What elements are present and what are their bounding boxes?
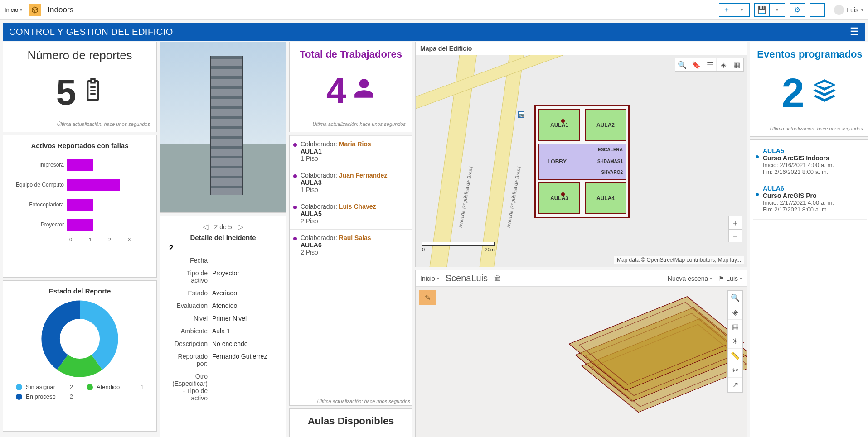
scene-header: Inicio▾ ScenaLuis 🏛 Nueva escena▾ ⚑Luis▾ bbox=[416, 270, 747, 287]
list-item[interactable]: AULA5 Curso ArcGIS Indoors Inicio: 2/16/… bbox=[753, 144, 867, 182]
chevron-down-icon: ▾ bbox=[710, 276, 712, 281]
save-icon: 💾 bbox=[757, 5, 766, 14]
card-rooms-available: Aulas Disponibles 4 bbox=[289, 408, 412, 437]
chevron-down-icon: ▾ bbox=[776, 7, 778, 12]
chart-title: Estado del Reporte bbox=[8, 284, 152, 297]
home-label: Inicio bbox=[5, 6, 18, 13]
chevron-down-icon: ▾ bbox=[20, 7, 22, 12]
more-button[interactable]: ⋯ bbox=[810, 3, 825, 17]
legend-icon[interactable]: ☰ bbox=[703, 58, 716, 71]
card-worker-list: Colaborador: Maria Rios AULA1 1 Piso Col… bbox=[289, 135, 412, 406]
last-updated: Última actualización: hace unos segundos bbox=[165, 435, 281, 437]
gear-icon: ⚙ bbox=[794, 5, 800, 14]
list-item[interactable]: Colaborador: Luis Chavez AULA5 2 Piso bbox=[290, 198, 412, 229]
zoom-in-button[interactable]: ＋ bbox=[729, 216, 742, 229]
lighting-icon[interactable]: ☀ bbox=[728, 334, 742, 349]
basemap-icon[interactable]: ▦ bbox=[730, 58, 743, 71]
edit-button[interactable]: ✎ bbox=[419, 290, 436, 305]
map-canvas[interactable]: Avenida República de Brasil Avenida Repú… bbox=[416, 55, 747, 267]
last-updated: Última actualización: hace unos segundos bbox=[8, 120, 152, 128]
map-title: Mapa del Edificio bbox=[416, 42, 747, 55]
map-background: Avenida República de Brasil Avenida Repú… bbox=[416, 55, 747, 267]
detail-table: Fecha Tipo de activoProyector EstadoAver… bbox=[165, 252, 281, 406]
card-building-map: Mapa del Edificio Avenida República de B… bbox=[415, 42, 747, 267]
legend-item: Atendido1 bbox=[87, 384, 144, 390]
app-logo bbox=[29, 4, 41, 16]
bar-chart[interactable]: Impresora Equipo de Computo Fotocopiador… bbox=[8, 151, 152, 242]
donut-chart[interactable] bbox=[41, 300, 118, 377]
ellipsis-icon: ⋯ bbox=[814, 5, 821, 14]
search-icon[interactable]: 🔍 bbox=[728, 291, 742, 305]
x-axis: 0 1 2 3 bbox=[12, 235, 147, 242]
card-scene: Inicio▾ ScenaLuis 🏛 Nueva escena▾ ⚑Luis▾… bbox=[415, 270, 747, 437]
scene-canvas[interactable]: ✎ 🔍 ◈ ▦ ☀ 📏 ✂ ↗ bbox=[416, 287, 747, 437]
card-assets-chart: Activos Reportados con fallas Impresora … bbox=[3, 135, 157, 278]
svg-point-3 bbox=[63, 322, 97, 355]
event-list[interactable]: AULA5 Curso ArcGIS Indoors Inicio: 2/16/… bbox=[750, 140, 868, 224]
card-building-image bbox=[160, 42, 286, 213]
legend: Sin asignar2 Atendido1 En proceso2 bbox=[8, 377, 152, 400]
dashboard-title: CONTROL Y GESTION DEL EDIFICIO bbox=[9, 27, 173, 37]
chevron-down-icon: ▾ bbox=[861, 7, 863, 12]
scene-home-dropdown[interactable]: Inicio▾ bbox=[420, 275, 439, 282]
chart-title: Activos Reportados con fallas bbox=[8, 139, 152, 151]
layers-icon[interactable]: ◈ bbox=[716, 58, 730, 71]
chevron-down-icon: ▾ bbox=[740, 276, 742, 281]
home-dropdown[interactable]: Inicio ▾ bbox=[5, 6, 22, 13]
card-incident-details: ◁ 2 de 5 ▷ Detalle del Incidente 2 Fecha… bbox=[160, 216, 286, 437]
scene-toolbar: 🔍 ◈ ▦ ☀ 📏 ✂ ↗ bbox=[727, 290, 743, 393]
search-icon[interactable]: 🔍 bbox=[675, 58, 689, 71]
list-item[interactable]: AULA6 Curso ArcGIS Pro Inicio: 2/17/2021… bbox=[753, 182, 867, 220]
bar bbox=[67, 159, 93, 171]
settings-button[interactable]: ⚙ bbox=[790, 3, 805, 17]
next-button[interactable]: ▷ bbox=[238, 222, 243, 231]
grid-icon[interactable]: ▦ bbox=[728, 320, 742, 334]
detail-title: Detalle del Incidente bbox=[165, 234, 281, 244]
event-count-value: 2 bbox=[781, 70, 804, 117]
save-button[interactable]: 💾 bbox=[754, 3, 770, 17]
list-item[interactable]: Colaborador: Juan Fernandez AULA3 1 Piso bbox=[290, 167, 412, 198]
map-attribution: Map data © OpenStreetMap contributors, M… bbox=[614, 256, 744, 264]
bar-row: Fotocopiadora bbox=[12, 195, 147, 215]
chevron-down-icon: ▾ bbox=[437, 276, 439, 281]
worker-list[interactable]: Colaborador: Maria Rios AULA1 1 Piso Col… bbox=[290, 135, 412, 397]
clipboard-icon bbox=[82, 77, 103, 107]
list-item[interactable]: Colaborador: Raul Salas AULA6 2 Piso bbox=[290, 229, 412, 260]
scene-title: ScenaLuis bbox=[446, 273, 488, 283]
legend-item: En proceso2 bbox=[16, 393, 73, 400]
bar bbox=[67, 199, 93, 211]
new-scene-dropdown[interactable]: Nueva escena▾ bbox=[668, 275, 713, 282]
plus-icon: ＋ bbox=[723, 5, 730, 14]
bookmark-icon[interactable]: 🔖 bbox=[689, 58, 703, 71]
dashboard-banner: CONTROL Y GESTION DEL EDIFICIO ☰ bbox=[3, 23, 865, 41]
detail-pager: ◁ 2 de 5 ▷ bbox=[165, 220, 281, 234]
card-title: Eventos programados bbox=[755, 46, 865, 62]
banner-menu-button[interactable]: ☰ bbox=[850, 26, 859, 38]
zoom-out-button[interactable]: － bbox=[729, 229, 742, 242]
bar-row: Impresora bbox=[12, 155, 147, 175]
add-dropdown[interactable]: ▾ bbox=[734, 3, 750, 17]
layers-icon[interactable]: ◈ bbox=[728, 305, 742, 320]
layers-icon bbox=[811, 77, 838, 110]
pager-label: 2 de 5 bbox=[214, 223, 232, 231]
measure-icon[interactable]: 📏 bbox=[728, 349, 742, 363]
user-name: Luis bbox=[847, 6, 858, 14]
avatar bbox=[834, 5, 844, 15]
add-button[interactable]: ＋ bbox=[719, 3, 734, 17]
pencil-icon: ✎ bbox=[425, 293, 431, 302]
zoom-control: ＋ － bbox=[728, 216, 742, 242]
share-icon[interactable]: ↗ bbox=[728, 378, 742, 392]
user-menu[interactable]: Luis ▾ bbox=[834, 5, 863, 15]
building-photo bbox=[160, 42, 286, 212]
card-title: Aulas Disponibles bbox=[294, 413, 407, 429]
list-item[interactable]: Colaborador: Maria Rios AULA1 1 Piso bbox=[290, 135, 412, 167]
prev-button[interactable]: ◁ bbox=[203, 222, 208, 231]
building-icon: 🏛 bbox=[494, 274, 501, 282]
card-title: Número de reportes bbox=[8, 46, 152, 64]
cube-icon bbox=[31, 6, 39, 14]
scene-user-dropdown[interactable]: ⚑Luis▾ bbox=[718, 275, 742, 282]
card-event-count: Eventos programados 2 Última actualizaci… bbox=[750, 42, 868, 137]
save-dropdown[interactable]: ▾ bbox=[770, 3, 785, 17]
slice-icon[interactable]: ✂ bbox=[728, 363, 742, 378]
map-toolbar: 🔍 🔖 ☰ ◈ ▦ bbox=[675, 58, 744, 72]
